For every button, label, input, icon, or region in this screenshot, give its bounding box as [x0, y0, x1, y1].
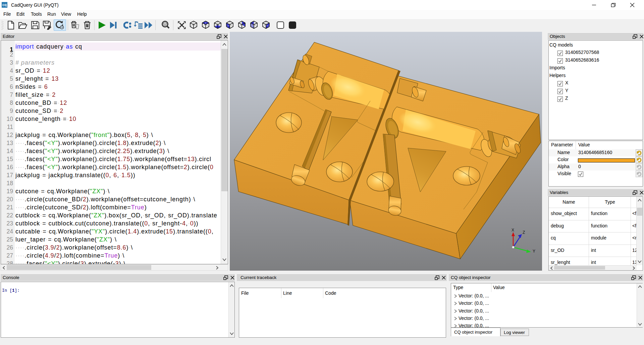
svg-text:Y: Y: [533, 249, 535, 254]
svg-text:X: X: [512, 228, 514, 232]
svg-text:Z: Z: [523, 230, 525, 235]
